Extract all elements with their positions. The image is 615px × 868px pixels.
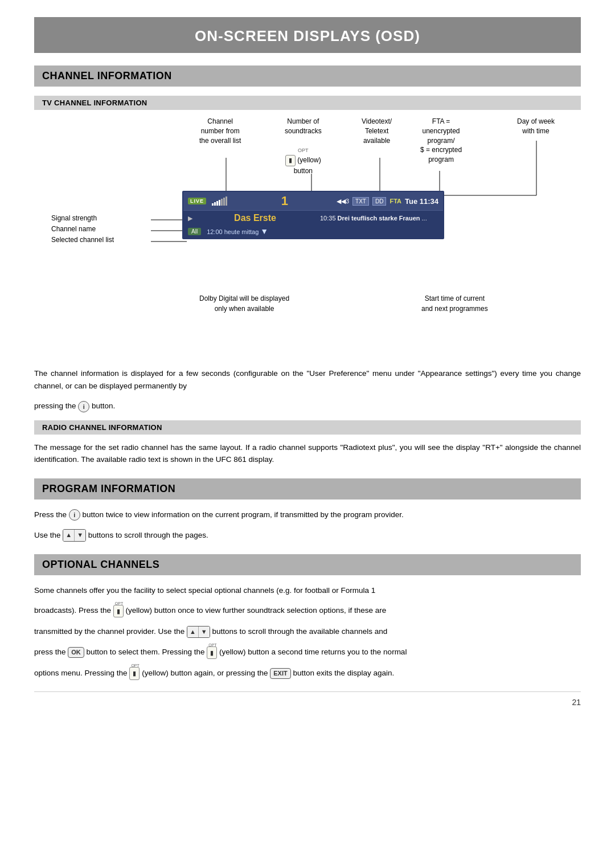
radio-channel-title: RADIO CHANNEL INFORMATION (42, 423, 573, 432)
label-channel-name: Channel name (51, 224, 96, 234)
all-badge: All (188, 228, 201, 235)
program-info-title: PROGRAM INFORMATION (42, 483, 573, 495)
channel-info-header: CHANNEL INFORMATION (34, 65, 581, 87)
prog-info-2: 12:00 heute mittag ▼ (201, 227, 268, 236)
channel-arrow-icon: ▶ (188, 215, 192, 222)
ok-button[interactable]: OK (68, 647, 84, 658)
label-selected-list: Selected channel list (51, 235, 114, 245)
yellow-button-opt-3[interactable]: OPT▮ (129, 667, 140, 680)
up-down-buttons-2[interactable]: ▲ ▼ (187, 626, 210, 638)
label-num-soundtracks: Number ofsoundtracksOPT ▮ (yellow)button (285, 117, 322, 175)
tv-time: Tue 11:34 (405, 197, 438, 206)
label-dolby: Dolby Digital will be displayedonly when… (199, 293, 289, 314)
tv-display-box: LIVE 1 ◀◀3 TXT DD FTA Tue 11: (182, 191, 444, 239)
optional-channels-text3: transmitted by the channel provider. Use… (34, 625, 581, 638)
radio-channel-body: The message for the set radio channel ha… (34, 441, 581, 466)
fta-badge: FTA (390, 198, 401, 204)
down-button-2[interactable]: ▼ (199, 627, 210, 638)
program-info-line2: Use the ▲ ▼ buttons to scroll through th… (34, 529, 581, 542)
optional-channels-text1: Some channels offer you the facility to … (34, 584, 581, 597)
label-fta: FTA =unencryptedprogram/$ = encryptedpro… (420, 117, 462, 165)
tv-channel-diagram: Channelnumber fromthe overall list Numbe… (34, 117, 581, 356)
main-title-bar: ON-SCREEN DISPLAYS (OSD) (34, 17, 581, 53)
yellow-button-opt-2[interactable]: OPT▮ (207, 646, 217, 660)
txt-badge: TXT (352, 197, 369, 206)
up-button[interactable]: ▲ (63, 530, 75, 541)
optional-channels-header: OPTIONAL CHANNELS (34, 554, 581, 575)
page-number: 21 (34, 691, 581, 707)
optional-channels-title: OPTIONAL CHANNELS (42, 559, 573, 571)
optional-channels-text4: press the OK button to select them. Pres… (34, 646, 581, 659)
info-button-icon[interactable]: i (78, 401, 89, 412)
label-channel-num: Channelnumber fromthe overall list (199, 117, 241, 145)
tv-channel-header: TV CHANNEL INFORMATION (34, 96, 581, 110)
tv-channel-title: TV CHANNEL INFORMATION (42, 99, 573, 107)
channel-info-body1: The channel information is displayed for… (34, 367, 581, 392)
dd-badge: DD (372, 197, 386, 206)
live-badge: LIVE (188, 198, 206, 204)
main-title: ON-SCREEN DISPLAYS (OSD) (34, 27, 581, 45)
label-day-of-week: Day of weekwith time (517, 117, 555, 136)
optional-channels-text2: broadcasts). Press the OPT▮ (yellow) but… (34, 604, 581, 617)
channel-info-body2: pressing the i button. (34, 400, 581, 412)
label-signal-strength: Signal strength (51, 214, 97, 223)
optional-channels-text5: options menu. Pressing the OPT▮ (yellow)… (34, 667, 581, 680)
program-info-header: PROGRAM INFORMATION (34, 478, 581, 499)
program-info-line1: Press the i button twice to view informa… (34, 509, 581, 521)
exit-button[interactable]: EXIT (270, 668, 290, 679)
tv-channel-name: Das Erste (196, 213, 314, 223)
radio-channel-header: RADIO CHANNEL INFORMATION (34, 420, 581, 435)
tv-right-info: ◀◀3 TXT DD FTA Tue 11:34 (337, 197, 438, 206)
signal-bars (212, 196, 227, 206)
channel-number-display: 1 (281, 194, 288, 208)
label-videotext: Videotext/Teletextavailable (362, 117, 392, 145)
up-down-buttons[interactable]: ▲ ▼ (63, 529, 86, 542)
down-button[interactable]: ▼ (75, 530, 85, 541)
yellow-button-opt-1[interactable]: OPT▮ (113, 605, 124, 618)
left-arrow-info: ◀◀3 (337, 198, 349, 205)
up-button-2[interactable]: ▲ (187, 627, 199, 638)
channel-info-title: CHANNEL INFORMATION (42, 70, 573, 82)
info-button-2[interactable]: i (69, 509, 80, 521)
prog-info-1: 10:35 Drei teuflisch starke Frauen ... (314, 215, 438, 222)
label-start-time: Start time of currentand next programmes (421, 293, 488, 314)
